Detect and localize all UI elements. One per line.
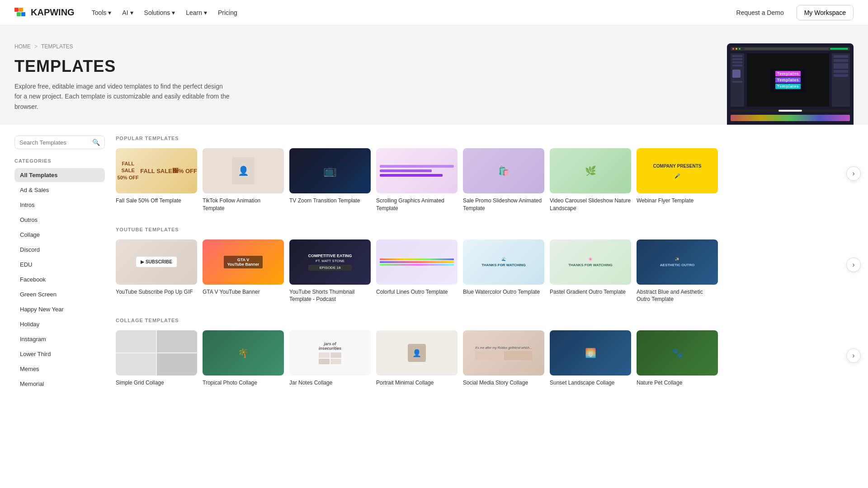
popular-section-label: POPULAR TEMPLATES <box>116 136 854 141</box>
template-card-abstract-blue[interactable]: ✨ AESTHETIC OUTRO Abstract Blue and Aest… <box>637 239 718 304</box>
sidebar-item-discord[interactable]: Discord <box>14 243 105 257</box>
nav-tools[interactable]: Tools ▾ <box>87 6 116 19</box>
hero-description: Explore free, editable image and video t… <box>14 81 231 112</box>
template-thumb-collage1 <box>116 330 197 375</box>
breadcrumb-separator: > <box>34 43 38 50</box>
popular-templates-row: FALL SALE50% OFF Fall Sale 50% Off Templ… <box>116 148 854 212</box>
categories-label: CATEGORIES <box>14 158 105 164</box>
template-card-video-carousel[interactable]: 🌿 Video Carousel Slideshow Nature Landsc… <box>550 148 631 212</box>
template-card-collage6[interactable]: 🌅 Sunset Landscape Collage <box>550 330 631 387</box>
logo-text: KAPWING <box>31 7 75 18</box>
template-thumb-fall-sale: FALL SALE50% OFF <box>116 148 197 193</box>
sidebar-item-all-templates[interactable]: All Templates <box>14 168 105 182</box>
template-title-collage6: Sunset Landscape Collage <box>550 379 631 387</box>
template-title-video-carousel: Video Carousel Slideshow Nature Landscap… <box>550 197 631 212</box>
sidebar-item-instagram[interactable]: Instagram <box>14 332 105 346</box>
template-thumb-yt-shorts: COMPETITIVE EATING FT. MATT STONE EPISOD… <box>289 239 371 285</box>
youtube-templates-row: ▶ SUBSCRIBE YouTube Subscribe Pop Up GIF… <box>116 239 854 304</box>
sidebar-item-facebook[interactable]: Facebook <box>14 272 105 286</box>
hero-preview-image: Templates Templates Templates <box>727 43 854 125</box>
search-icon: 🔍 <box>92 139 100 146</box>
breadcrumb-current: TEMPLATES <box>41 43 73 50</box>
search-input[interactable] <box>19 139 89 146</box>
chevron-down-icon: ▾ <box>204 9 207 16</box>
nav-links: Tools ▾ AI ▾ Solutions ▾ Learn ▾ Pricing <box>87 6 242 19</box>
template-thumb-scrolling <box>376 148 458 193</box>
collage-templates-row: Simple Grid Collage 🌴 Tropical Photo Col… <box>116 330 854 387</box>
template-thumb-collage6: 🌅 <box>550 330 631 375</box>
nav-right: Request a Demo My Workspace <box>729 5 854 20</box>
template-card-collage1[interactable]: Simple Grid Collage <box>116 330 197 387</box>
template-card-pastel[interactable]: 🌸 THANKS FOR WATCHING Pastel Gradient Ou… <box>550 239 631 304</box>
svg-rect-1 <box>19 8 23 12</box>
collage-carousel-next[interactable]: › <box>846 348 861 363</box>
template-card-yt-shorts[interactable]: COMPETITIVE EATING FT. MATT STONE EPISOD… <box>289 239 371 304</box>
template-thumb-yt-subscribe: ▶ SUBSCRIBE <box>116 239 197 285</box>
template-title-pastel: Pastel Gradient Outro Template <box>550 288 631 296</box>
template-title-scrolling: Scrolling Graphics Animated Template <box>376 197 458 212</box>
template-title-tiktok: TikTok Follow Animation Template <box>203 197 284 212</box>
template-card-scrolling[interactable]: Scrolling Graphics Animated Template <box>376 148 458 212</box>
template-card-sale-promo[interactable]: 🛍️ Sale Promo Slideshow Animated Templat… <box>463 148 544 212</box>
sidebar-item-collage[interactable]: Collage <box>14 228 105 242</box>
template-card-collage3[interactable]: jars ofinsecurities Jar Notes Collage <box>289 330 371 387</box>
sidebar-item-holiday[interactable]: Holiday <box>14 317 105 331</box>
sidebar-item-lower-third[interactable]: Lower Third <box>14 347 105 361</box>
template-thumb-collage4: 👤 <box>376 330 458 375</box>
template-thumb-pastel: 🌸 THANKS FOR WATCHING <box>550 239 631 285</box>
sidebar-item-ad-sales[interactable]: Ad & Sales <box>14 183 105 197</box>
template-card-tv-zoom[interactable]: 📺 TV Zoom Transition Template <box>289 148 371 212</box>
template-title-yt-subscribe: YouTube Subscribe Pop Up GIF <box>116 288 197 296</box>
template-thumb-video-carousel: 🌿 <box>550 148 631 193</box>
template-card-collage4[interactable]: 👤 Portrait Minimal Collage <box>376 330 458 387</box>
search-box[interactable]: 🔍 <box>14 136 105 149</box>
youtube-carousel-next[interactable]: › <box>846 258 861 272</box>
hero-template-text-2: Templates <box>775 77 801 83</box>
nav-solutions[interactable]: Solutions ▾ <box>140 6 180 19</box>
content-area: POPULAR TEMPLATES FALL SALE50% OFF Fall … <box>116 136 854 401</box>
template-thumb-collage2: 🌴 <box>203 330 284 375</box>
sidebar-item-memes[interactable]: Memes <box>14 362 105 376</box>
breadcrumb-home[interactable]: HOME <box>14 43 31 50</box>
chevron-down-icon: ▾ <box>130 9 133 16</box>
request-demo-button[interactable]: Request a Demo <box>729 5 791 20</box>
main-layout: 🔍 CATEGORIES All Templates Ad & Sales In… <box>0 125 868 412</box>
hero-text: HOME > TEMPLATES TEMPLATES Explore free,… <box>14 43 231 112</box>
svg-rect-3 <box>21 12 25 16</box>
sidebar-item-edu[interactable]: EDU <box>14 258 105 272</box>
sidebar-item-intros[interactable]: Intros <box>14 198 105 212</box>
template-card-blue-watercolor[interactable]: 🌊 THANKS FOR WATCHING Blue Watercolor Ou… <box>463 239 544 304</box>
nav-ai[interactable]: AI ▾ <box>118 6 137 19</box>
template-card-collage7[interactable]: 🐾 Nature Pet Collage <box>637 330 718 387</box>
popular-carousel-next[interactable]: › <box>846 166 861 181</box>
nav-learn[interactable]: Learn ▾ <box>181 6 212 19</box>
collage-section-label: COLLAGE TEMPLATES <box>116 318 854 323</box>
template-card-colorful[interactable]: Colorful Lines Outro Template <box>376 239 458 304</box>
template-title-collage1: Simple Grid Collage <box>116 379 197 387</box>
template-card-fall-sale[interactable]: FALL SALE50% OFF Fall Sale 50% Off Templ… <box>116 148 197 212</box>
template-thumb-collage5: it's me after my Roblox girlfriend which… <box>463 330 544 375</box>
hero-section: HOME > TEMPLATES TEMPLATES Explore free,… <box>0 25 868 125</box>
nav-pricing[interactable]: Pricing <box>213 6 242 19</box>
my-workspace-button[interactable]: My Workspace <box>797 5 854 20</box>
template-card-collage2[interactable]: 🌴 Tropical Photo Collage <box>203 330 284 387</box>
navbar: KAPWING Tools ▾ AI ▾ Solutions ▾ Learn ▾… <box>0 0 868 25</box>
logo[interactable]: KAPWING <box>14 7 75 18</box>
template-thumb-tv-zoom: 📺 <box>289 148 371 193</box>
template-thumb-gta: GTA VYouTube Banner <box>203 239 284 285</box>
sidebar-item-memorial[interactable]: Memorial <box>14 377 105 391</box>
template-title-yt-shorts: YouTube Shorts Thumbnail Template - Podc… <box>289 288 371 304</box>
hero-template-text-3: Templates <box>775 84 801 89</box>
template-title-collage7: Nature Pet Collage <box>637 379 718 387</box>
template-card-gta[interactable]: GTA VYouTube Banner GTA V YouTube Banner <box>203 239 284 304</box>
template-card-collage5[interactable]: it's me after my Roblox girlfriend which… <box>463 330 544 387</box>
template-title-collage4: Portrait Minimal Collage <box>376 379 458 387</box>
template-card-webinar[interactable]: COMPANY PRESENTS🎤 Webinar Flyer Template <box>637 148 718 212</box>
template-title-webinar: Webinar Flyer Template <box>637 197 718 205</box>
template-card-yt-subscribe[interactable]: ▶ SUBSCRIBE YouTube Subscribe Pop Up GIF <box>116 239 197 304</box>
sidebar-item-green-screen[interactable]: Green Screen <box>14 287 105 301</box>
sidebar-item-outros[interactable]: Outros <box>14 213 105 227</box>
sidebar-item-happy-new-year[interactable]: Happy New Year <box>14 302 105 316</box>
template-title-blue-watercolor: Blue Watercolor Outro Template <box>463 288 544 296</box>
template-card-tiktok[interactable]: 👤 TikTok Follow Animation Template <box>203 148 284 212</box>
